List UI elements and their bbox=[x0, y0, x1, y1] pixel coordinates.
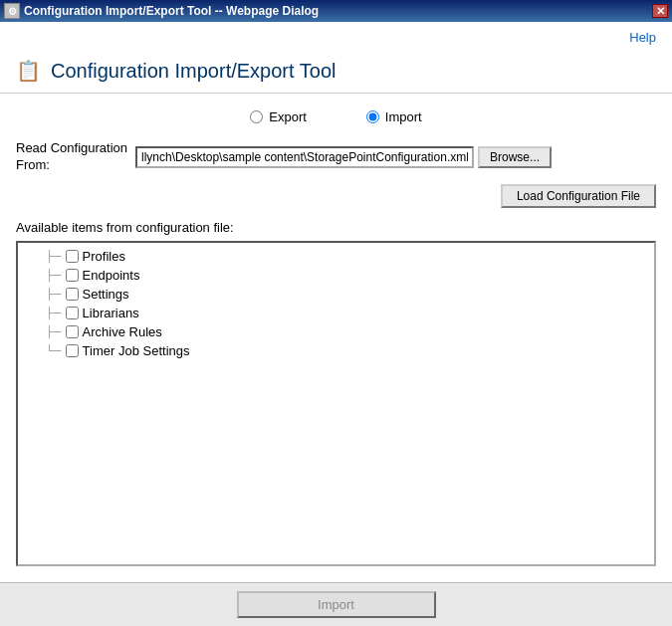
export-radio[interactable] bbox=[250, 110, 263, 123]
timer-job-checkbox[interactable] bbox=[66, 344, 79, 357]
export-radio-label[interactable]: Export bbox=[250, 109, 307, 124]
librarians-label: Librarians bbox=[83, 306, 139, 320]
archive-rules-checkbox[interactable] bbox=[66, 325, 79, 338]
title-bar: ⚙ Configuration Import/Export Tool -- We… bbox=[0, 0, 672, 22]
available-label: Available items from configuration file: bbox=[16, 220, 656, 235]
librarians-checkbox[interactable] bbox=[66, 307, 79, 319]
tree-scroll-area[interactable]: ├─ Profiles ├─ Endpoints ├─ Settings ├─ bbox=[22, 247, 650, 560]
import-label: Import bbox=[385, 109, 422, 124]
browse-button[interactable]: Browse... bbox=[478, 146, 552, 168]
tree-line-icon: └─ bbox=[46, 344, 62, 356]
read-from-label: Read ConfigurationFrom: bbox=[16, 140, 127, 174]
file-input-wrapper: Browse... bbox=[135, 146, 656, 168]
profiles-label: Profiles bbox=[83, 249, 125, 264]
tree-line-icon: ├─ bbox=[46, 269, 62, 281]
file-path-input[interactable] bbox=[135, 146, 474, 168]
list-item: └─ Timer Job Settings bbox=[42, 341, 636, 360]
window-icon: ⚙ bbox=[4, 3, 20, 19]
tree-line-icon: ├─ bbox=[46, 250, 62, 262]
list-item: ├─ Librarians bbox=[42, 304, 636, 322]
main-content: Help 📋 Configuration Import/Export Tool … bbox=[0, 22, 672, 626]
list-item: ├─ Profiles bbox=[42, 247, 636, 266]
archive-rules-label: Archive Rules bbox=[83, 324, 162, 339]
settings-label: Settings bbox=[83, 287, 129, 302]
load-config-button[interactable]: Load Configuration File bbox=[501, 184, 656, 208]
load-button-row: Load Configuration File bbox=[16, 184, 656, 208]
help-link[interactable]: Help bbox=[629, 30, 656, 45]
radio-group: Export Import bbox=[16, 109, 656, 124]
config-form-row: Read ConfigurationFrom: Browse... bbox=[16, 140, 656, 174]
header-bar: Help bbox=[0, 22, 672, 49]
page-title-section: 📋 Configuration Import/Export Tool bbox=[0, 49, 672, 94]
tree-line-icon: ├─ bbox=[46, 288, 62, 300]
list-item: ├─ Settings bbox=[42, 285, 636, 304]
endpoints-checkbox[interactable] bbox=[66, 269, 79, 282]
import-radio-label[interactable]: Import bbox=[366, 109, 422, 124]
tree-line-icon: ├─ bbox=[46, 325, 62, 337]
list-item: ├─ Endpoints bbox=[42, 266, 636, 285]
endpoints-label: Endpoints bbox=[83, 268, 140, 283]
close-button[interactable]: ✕ bbox=[652, 4, 668, 18]
tree-line-icon: ├─ bbox=[46, 307, 62, 318]
tree-container: ├─ Profiles ├─ Endpoints ├─ Settings ├─ bbox=[16, 241, 656, 566]
window-title: Configuration Import/Export Tool -- Webp… bbox=[24, 4, 319, 18]
tool-panel: Export Import Read ConfigurationFrom: Br… bbox=[0, 94, 672, 582]
timer-job-label: Timer Job Settings bbox=[83, 343, 190, 358]
page-title-icon: 📋 bbox=[16, 59, 41, 83]
profiles-checkbox[interactable] bbox=[66, 250, 79, 263]
settings-checkbox[interactable] bbox=[66, 288, 79, 301]
list-item: ├─ Archive Rules bbox=[42, 322, 636, 341]
import-button-bar: Import bbox=[0, 582, 672, 626]
page-title: Configuration Import/Export Tool bbox=[51, 60, 336, 83]
import-button[interactable]: Import bbox=[237, 591, 436, 618]
import-radio[interactable] bbox=[366, 110, 379, 123]
export-label: Export bbox=[269, 109, 307, 124]
